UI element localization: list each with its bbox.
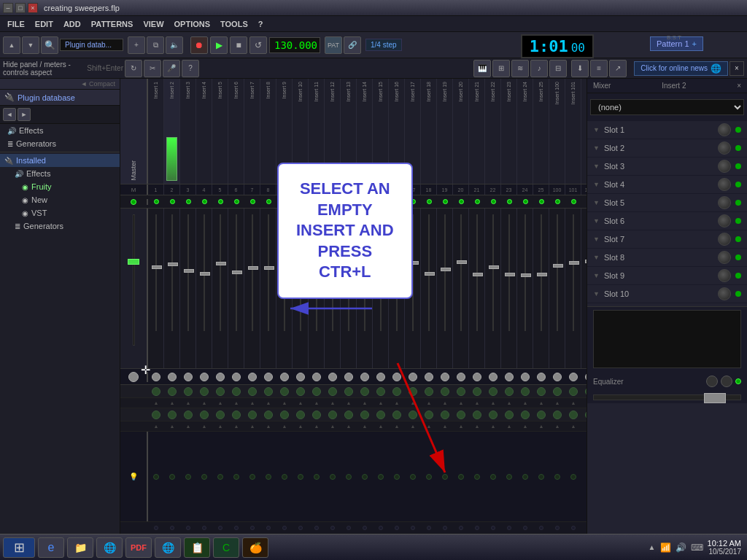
vol-knob-22[interactable] — [489, 373, 498, 381]
pdf-button[interactable]: PDF — [125, 537, 152, 558]
add-plugin-button[interactable]: + — [128, 36, 145, 54]
menu-file[interactable]: FILE — [3, 18, 29, 30]
fader-handle-18[interactable] — [425, 272, 435, 276]
icon-steps[interactable]: ⊞ — [492, 60, 510, 77]
vol-knob-13[interactable] — [344, 373, 353, 381]
channel-strip-25[interactable]: Insert 25 — [533, 79, 549, 184]
fader-handle-7[interactable] — [248, 266, 258, 270]
vol-knob-2[interactable] — [168, 373, 177, 381]
fader-handle-23[interactable] — [505, 273, 515, 276]
vol-knob-19[interactable] — [441, 373, 449, 381]
slot-knob-1[interactable] — [718, 123, 731, 136]
channel-strip-2[interactable]: Insert 2 — [164, 79, 180, 184]
sidebar-fruity[interactable]: ◉ Fruity — [0, 180, 120, 193]
channel-strip-24[interactable]: Insert 24 — [517, 79, 533, 184]
chrome-button[interactable]: 🌐 — [96, 537, 123, 558]
sidebar-effects-top[interactable]: 🔊 Effects — [0, 124, 120, 137]
fader-handle-28[interactable] — [585, 260, 587, 263]
bpm-display[interactable]: 130.000 — [269, 37, 320, 53]
plugin-db-nav-up[interactable]: ▲ — [3, 36, 20, 54]
slot-knob-7[interactable] — [718, 233, 731, 246]
step-display[interactable]: 1/4 step — [365, 39, 402, 51]
pattern-mode[interactable]: PAT — [325, 36, 342, 54]
master-vol-knob[interactable] — [128, 372, 139, 382]
fader-handle-24[interactable] — [521, 273, 531, 277]
icon-notes[interactable]: ♪ — [530, 60, 548, 77]
vol-knob-8[interactable] — [264, 373, 273, 381]
ie-button[interactable]: e — [38, 537, 64, 558]
vol-knob-21[interactable] — [473, 373, 481, 381]
insert-slot-2[interactable]: ▼ Slot 2 — [587, 139, 747, 158]
insert-slot-1[interactable]: ▼ Slot 1 — [587, 121, 747, 139]
channel-strip-5[interactable]: Insert 5 — [212, 79, 228, 184]
fader-handle-25[interactable] — [537, 273, 547, 276]
slot-knob-9[interactable] — [718, 269, 731, 282]
channel-strip-23[interactable]: Insert 23 — [501, 79, 517, 184]
vol-knob-5[interactable] — [216, 373, 225, 381]
fader-handle-8[interactable] — [264, 266, 274, 270]
vol-knob-10[interactable] — [296, 373, 305, 381]
minimize-button[interactable]: – — [3, 3, 13, 13]
insert-slot-10[interactable]: ▼ Slot 10 — [587, 285, 747, 303]
channel-strip-28[interactable]: Insert 102 — [581, 79, 587, 184]
insert-slot-4[interactable]: ▼ Slot 4 — [587, 176, 747, 194]
vol-knob-1[interactable] — [152, 373, 160, 381]
sidebar-generators-top[interactable]: ≣ Generators — [0, 137, 120, 150]
menu-tools[interactable]: TOOLS — [216, 18, 252, 30]
vol-knob-6[interactable] — [232, 373, 241, 381]
pattern-add-icon[interactable]: + — [692, 39, 697, 48]
vol-knob-14[interactable] — [360, 373, 369, 381]
channel-strip-19[interactable]: Insert 19 — [437, 79, 453, 184]
fader-handle-2[interactable] — [168, 262, 178, 266]
fader-handle-20[interactable] — [457, 260, 467, 264]
vol-knob-18[interactable] — [425, 373, 433, 381]
channel-strip-8[interactable]: Insert 8 — [260, 79, 276, 184]
menu-edit[interactable]: EDIT — [31, 18, 58, 30]
insert-slot-6[interactable]: ▼ Slot 6 — [587, 212, 747, 230]
preset-selector[interactable]: (none) — [590, 99, 744, 115]
slot-knob-5[interactable] — [718, 196, 731, 209]
eq-knob2[interactable] — [721, 376, 732, 387]
icon-help2[interactable]: ? — [182, 60, 199, 77]
vol-knob-17[interactable] — [409, 373, 417, 381]
slot-knob-10[interactable] — [718, 287, 731, 300]
menu-patterns[interactable]: PATTERNS — [87, 18, 138, 30]
sidebar-installed[interactable]: 🔌 Installed — [0, 154, 120, 167]
maximize-button[interactable]: □ — [15, 3, 26, 13]
icon-scissors[interactable]: ✂ — [144, 60, 161, 77]
eq-knob1[interactable] — [706, 376, 718, 387]
insert-slot-7[interactable]: ▼ Slot 7 — [587, 230, 747, 249]
app5-button[interactable]: 📋 — [184, 537, 210, 558]
vol-knob-20[interactable] — [457, 373, 465, 381]
fader-handle-26[interactable] — [553, 264, 563, 268]
channel-strip-3[interactable]: Insert 3 — [180, 79, 196, 184]
vol-knob-15[interactable] — [376, 373, 385, 381]
vol-knob-7[interactable] — [248, 373, 257, 381]
tray-arrow[interactable]: ▲ — [649, 543, 656, 551]
slot-knob-3[interactable] — [718, 160, 731, 173]
channel-strip-27[interactable]: Insert 101 — [565, 79, 581, 184]
channel-strip-26[interactable]: Insert 100 — [549, 79, 565, 184]
fader-handle-21[interactable] — [473, 273, 483, 276]
channel-strip-1[interactable]: Insert 1 — [148, 79, 164, 184]
vol-knob-28[interactable] — [585, 373, 587, 381]
sidebar-nav-left[interactable]: ◄ — [3, 108, 16, 121]
icon-grid[interactable]: ⊟ — [549, 60, 567, 77]
fl-studio-button[interactable]: 🍊 — [242, 537, 268, 558]
channel-strip-7[interactable]: Insert 7 — [244, 79, 260, 184]
icon-piano[interactable]: 🎹 — [473, 60, 491, 77]
vol-knob-24[interactable] — [521, 373, 530, 381]
fader-handle-27[interactable] — [569, 261, 579, 265]
menu-add[interactable]: ADD — [59, 18, 85, 30]
sidebar-nav-right[interactable]: ► — [18, 108, 31, 121]
vol-knob-3[interactable] — [184, 373, 193, 381]
vol-knob-11[interactable] — [312, 373, 321, 381]
record-button[interactable]: ⏺ — [190, 36, 208, 54]
fader-handle-3[interactable] — [184, 269, 194, 273]
master-volume-slider[interactable] — [704, 393, 726, 403]
channel-strip-20[interactable]: Insert 20 — [453, 79, 469, 184]
icon-audio[interactable]: ≋ — [511, 60, 529, 77]
close-button[interactable]: × — [28, 3, 38, 13]
insert-slot-8[interactable]: ▼ Slot 8 — [587, 249, 747, 267]
explorer-button[interactable]: 📁 — [67, 537, 93, 558]
